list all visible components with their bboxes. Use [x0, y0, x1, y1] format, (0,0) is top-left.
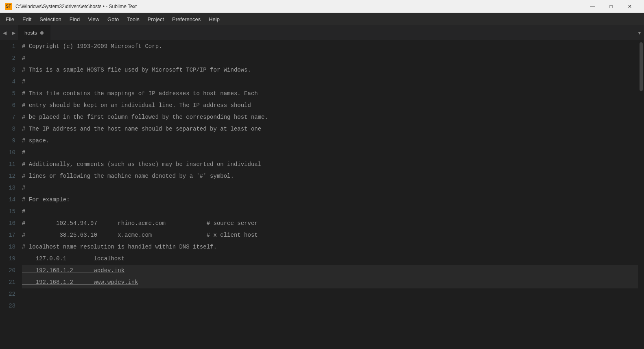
line-number: 3	[3, 64, 15, 76]
scrollbar-thumb[interactable]	[640, 42, 643, 91]
code-line: #	[22, 147, 638, 159]
tab-bar: ◀ ▶ hosts ▼	[0, 25, 644, 41]
line-number: 2	[3, 52, 15, 64]
code-line: # entry should be kept on an individual …	[22, 100, 638, 111]
code-line: #	[22, 182, 638, 194]
editor: 1234567891011121314151617181920212223 # …	[0, 41, 644, 349]
maximize-button[interactable]: □	[602, 0, 620, 13]
menu-item-help[interactable]: Help	[205, 15, 224, 24]
window-title: C:\Windows\System32\drivers\etc\hosts • …	[15, 4, 583, 9]
code-line: #	[22, 206, 638, 218]
line-number: 16	[3, 218, 15, 229]
code-line: # For example:	[22, 194, 638, 206]
code-line: # lines or following the machine name de…	[22, 170, 638, 182]
tab-nav-left[interactable]: ◀	[0, 25, 9, 40]
minimize-button[interactable]: —	[583, 0, 602, 13]
window-controls: — □ ✕	[583, 0, 639, 13]
line-number: 6	[3, 100, 15, 111]
line-number: 8	[3, 123, 15, 135]
tab-dropdown[interactable]: ▼	[635, 25, 644, 40]
tab-modified-dot	[40, 31, 44, 35]
line-number: 17	[3, 229, 15, 241]
code-line: #	[22, 52, 638, 64]
tab-hosts[interactable]: hosts	[18, 25, 50, 40]
tab-nav-right[interactable]: ▶	[9, 25, 18, 40]
line-number: 7	[3, 111, 15, 123]
title-bar: ST C:\Windows\System32\drivers\etc\hosts…	[0, 0, 644, 13]
close-button[interactable]: ✕	[620, 0, 639, 13]
code-line: 192.168.1.2 wpdev.ink	[22, 265, 638, 277]
line-number: 13	[3, 182, 15, 194]
tab-label: hosts	[24, 30, 37, 36]
code-line: # The IP address and the host name shoul…	[22, 123, 638, 135]
line-number: 4	[3, 76, 15, 88]
menu-item-selection[interactable]: Selection	[35, 15, 65, 24]
code-line: 192.168.1.2 www.wpdev.ink	[22, 277, 638, 288]
line-number: 11	[3, 159, 15, 170]
line-number: 12	[3, 170, 15, 182]
line-number: 21	[3, 277, 15, 288]
menu-item-goto[interactable]: Goto	[103, 15, 123, 24]
line-number: 18	[3, 241, 15, 253]
app-icon: ST	[5, 3, 12, 10]
line-number: 1	[3, 41, 15, 52]
menu-item-tools[interactable]: Tools	[123, 15, 143, 24]
line-number: 10	[3, 147, 15, 159]
code-area[interactable]: # Copyright (c) 1993-2009 Microsoft Corp…	[20, 41, 638, 349]
menu-item-project[interactable]: Project	[144, 15, 168, 24]
menu-bar: FileEditSelectionFindViewGotoToolsProjec…	[0, 13, 644, 25]
line-number: 14	[3, 194, 15, 206]
menu-item-file[interactable]: File	[2, 15, 18, 24]
code-line: # 102.54.94.97 rhino.acme.com # source s…	[22, 218, 638, 229]
menu-item-find[interactable]: Find	[65, 15, 84, 24]
menu-item-preferences[interactable]: Preferences	[168, 15, 205, 24]
code-line: # This file contains the mappings of IP …	[22, 88, 638, 100]
line-number: 5	[3, 88, 15, 100]
code-line: # space.	[22, 135, 638, 147]
code-line: # Copyright (c) 1993-2009 Microsoft Corp…	[22, 41, 638, 52]
line-number: 22	[3, 288, 15, 300]
menu-item-edit[interactable]: Edit	[18, 15, 35, 24]
code-line: # Additionally, comments (such as these)…	[22, 159, 638, 170]
line-number: 9	[3, 135, 15, 147]
code-line: #	[22, 76, 638, 88]
line-number: 20	[3, 265, 15, 277]
line-number: 19	[3, 253, 15, 265]
line-numbers: 1234567891011121314151617181920212223	[0, 41, 20, 349]
code-line: # localhost name resolution is handled w…	[22, 241, 638, 253]
code-line: 127.0.0.1 localhost	[22, 253, 638, 265]
code-line: # be placed in the first column followed…	[22, 111, 638, 123]
code-line: # 38.25.63.10 x.acme.com # x client host	[22, 229, 638, 241]
menu-item-view[interactable]: View	[84, 15, 103, 24]
line-number: 23	[3, 300, 15, 312]
line-number: 15	[3, 206, 15, 218]
scrollbar[interactable]	[638, 41, 644, 349]
code-line: # This is a sample HOSTS file used by Mi…	[22, 64, 638, 76]
